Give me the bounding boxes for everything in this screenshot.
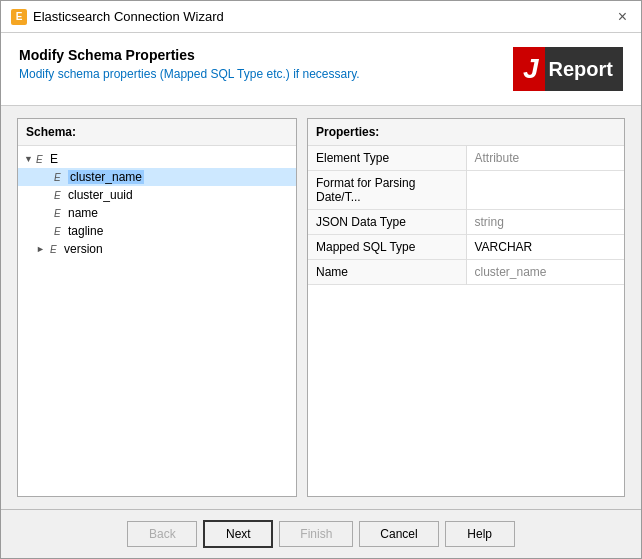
header-text: Modify Schema Properties Modify schema p…	[19, 47, 360, 81]
schema-panel: Schema: ▼ E E E cluster_name E	[17, 118, 297, 497]
property-value	[466, 171, 624, 210]
tree-label: cluster_name	[68, 170, 144, 184]
cancel-button[interactable]: Cancel	[359, 521, 438, 547]
help-button[interactable]: Help	[445, 521, 515, 547]
title-bar: E Elasticsearch Connection Wizard ×	[1, 1, 641, 33]
properties-table: Element Type Attribute Format for Parsin…	[308, 146, 624, 285]
tree-badge: E	[50, 244, 60, 255]
tree-item-name[interactable]: E name	[18, 204, 296, 222]
table-row[interactable]: Format for Parsing Date/T...	[308, 171, 624, 210]
header-section: Modify Schema Properties Modify schema p…	[1, 33, 641, 106]
table-row[interactable]: Mapped SQL Type VARCHAR	[308, 235, 624, 260]
tree-badge: E	[54, 226, 64, 237]
main-content: Schema: ▼ E E E cluster_name E	[1, 106, 641, 509]
table-row[interactable]: Element Type Attribute	[308, 146, 624, 171]
finish-button[interactable]: Finish	[279, 521, 353, 547]
window-title: Elasticsearch Connection Wizard	[33, 9, 224, 24]
tree-label: cluster_uuid	[68, 188, 133, 202]
logo-report: Report	[545, 47, 623, 91]
properties-panel: Properties: Element Type Attribute Forma…	[307, 118, 625, 497]
properties-panel-header: Properties:	[308, 119, 624, 146]
tree-badge: E	[54, 190, 64, 201]
tree-item-cluster-uuid[interactable]: E cluster_uuid	[18, 186, 296, 204]
tree-label: E	[50, 152, 58, 166]
next-button[interactable]: Next	[203, 520, 273, 548]
schema-panel-header: Schema:	[18, 119, 296, 146]
title-bar-left: E Elasticsearch Connection Wizard	[11, 9, 224, 25]
window-icon: E	[11, 9, 27, 25]
footer: Back Next Finish Cancel Help	[1, 509, 641, 558]
back-button[interactable]: Back	[127, 521, 197, 547]
tree-badge: E	[54, 208, 64, 219]
tree-badge: E	[54, 172, 64, 183]
chevron-icon: ▼	[24, 154, 36, 164]
property-key: Name	[308, 260, 466, 285]
tree-label: version	[64, 242, 103, 256]
tree-item-root[interactable]: ▼ E E	[18, 150, 296, 168]
property-value: cluster_name	[466, 260, 624, 285]
header-title: Modify Schema Properties	[19, 47, 360, 63]
close-button[interactable]: ×	[614, 9, 631, 25]
property-key: Mapped SQL Type	[308, 235, 466, 260]
tree-item-cluster-name[interactable]: E cluster_name	[18, 168, 296, 186]
logo: J Report	[513, 47, 623, 91]
property-value: VARCHAR	[466, 235, 624, 260]
chevron-icon: ►	[36, 244, 48, 254]
tree-item-version[interactable]: ► E version	[18, 240, 296, 258]
header-subtitle: Modify schema properties (Mapped SQL Typ…	[19, 67, 360, 81]
property-key: Format for Parsing Date/T...	[308, 171, 466, 210]
main-window: E Elasticsearch Connection Wizard × Modi…	[0, 0, 642, 559]
tree-badge: E	[36, 154, 46, 165]
logo-j: J	[513, 47, 545, 91]
table-row[interactable]: Name cluster_name	[308, 260, 624, 285]
property-value: Attribute	[466, 146, 624, 171]
tree-label: name	[68, 206, 98, 220]
schema-tree: ▼ E E E cluster_name E cluster_uuid	[18, 146, 296, 496]
property-key: JSON Data Type	[308, 210, 466, 235]
property-value: string	[466, 210, 624, 235]
table-row[interactable]: JSON Data Type string	[308, 210, 624, 235]
tree-label: tagline	[68, 224, 103, 238]
tree-item-tagline[interactable]: E tagline	[18, 222, 296, 240]
property-key: Element Type	[308, 146, 466, 171]
